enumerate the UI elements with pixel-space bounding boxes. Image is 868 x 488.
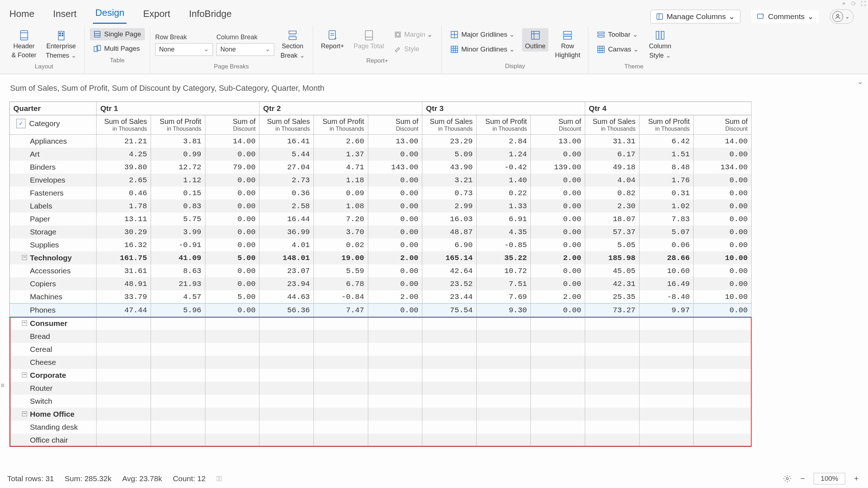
cell-value[interactable]: 1.33 — [476, 200, 531, 212]
cell-empty[interactable] — [422, 421, 477, 434]
cell-value[interactable]: -0.91 — [151, 238, 205, 251]
cell-value[interactable]: 39.80 — [97, 161, 151, 174]
cell-value[interactable]: 23.07 — [259, 264, 314, 277]
cell-empty[interactable] — [259, 408, 314, 421]
cell-value[interactable]: 165.14 — [422, 251, 477, 264]
cell-value[interactable]: 31.61 — [97, 264, 151, 277]
cell-value[interactable]: 5.07 — [639, 225, 694, 238]
cell-empty[interactable] — [639, 434, 694, 447]
table-row[interactable]: Accessories31.618.630.0023.075.590.0042.… — [10, 264, 752, 277]
cell-empty[interactable] — [97, 356, 151, 369]
table-row[interactable]: Corporate — [10, 369, 752, 382]
table-row[interactable]: Office chair — [10, 434, 752, 447]
table-row[interactable]: Cereal — [10, 343, 752, 356]
tab-infobridge[interactable]: InfoBridge — [187, 5, 234, 24]
cell-value[interactable]: 0.00 — [205, 148, 259, 161]
cell-empty[interactable] — [259, 317, 314, 330]
cell-value[interactable]: 0.00 — [531, 264, 585, 277]
cell-value[interactable]: 16.32 — [97, 238, 151, 251]
cell-value[interactable]: 5.96 — [151, 304, 205, 317]
cell-empty[interactable] — [259, 369, 314, 382]
cell-empty[interactable] — [368, 395, 422, 408]
cell-empty[interactable] — [585, 395, 640, 408]
cell-empty[interactable] — [259, 343, 314, 356]
toolbar-theme-button[interactable]: Toolbar — [593, 28, 642, 41]
quarter-header[interactable]: Quarter — [10, 102, 97, 115]
cell-empty[interactable] — [476, 330, 531, 343]
cell-value[interactable]: 25.35 — [585, 290, 640, 304]
cell-value[interactable]: 4.01 — [259, 238, 314, 251]
cell-value[interactable]: 0.00 — [205, 238, 259, 251]
cell-value[interactable]: 45.05 — [585, 264, 640, 277]
cell-empty[interactable] — [313, 317, 368, 330]
cell-empty[interactable] — [585, 369, 640, 382]
cell-value[interactable]: 79.00 — [205, 161, 259, 174]
table-row[interactable]: Paper13.115.750.0016.447.200.0016.036.91… — [10, 212, 752, 225]
cell-value[interactable]: 2.99 — [422, 200, 477, 212]
cell-value[interactable]: 2.00 — [368, 251, 422, 264]
cell-value[interactable]: 12.72 — [151, 161, 205, 174]
zoom-out-button[interactable]: − — [798, 474, 807, 483]
settings-icon[interactable] — [783, 474, 792, 483]
qtr3-header[interactable]: Qtr 3 — [422, 102, 585, 115]
cell-empty[interactable] — [422, 317, 477, 330]
cell-value[interactable]: 0.00 — [205, 277, 259, 290]
cell-value[interactable]: 47.44 — [97, 304, 151, 317]
cell-value[interactable]: 57.37 — [585, 225, 640, 238]
cell-empty[interactable] — [476, 382, 531, 395]
table-row[interactable]: Art4.250.990.005.441.370.005.091.240.006… — [10, 148, 752, 161]
cell-value[interactable]: 0.73 — [422, 187, 477, 200]
cell-empty[interactable] — [259, 421, 314, 434]
cell-value[interactable]: 185.98 — [585, 251, 640, 264]
cell-value[interactable]: 6.90 — [422, 238, 477, 251]
cell-empty[interactable] — [422, 330, 477, 343]
cell-empty[interactable] — [531, 395, 585, 408]
qtr1-header[interactable]: Qtr 1 — [97, 102, 259, 115]
cell-empty[interactable] — [313, 382, 368, 395]
ribbon-collapse-icon[interactable]: ⌄ — [858, 78, 863, 86]
cell-value[interactable]: 5.00 — [205, 290, 259, 304]
cell-value[interactable]: 49.18 — [585, 161, 640, 174]
cell-value[interactable]: 1.24 — [476, 148, 531, 161]
cell-value[interactable]: 14.00 — [694, 135, 752, 148]
cell-empty[interactable] — [151, 356, 205, 369]
table-row[interactable]: Cheese — [10, 356, 752, 369]
cell-empty[interactable] — [97, 369, 151, 382]
cell-value[interactable]: 4.25 — [97, 148, 151, 161]
cell-empty[interactable] — [422, 382, 477, 395]
cell-empty[interactable] — [368, 317, 422, 330]
cell-value[interactable]: 3.21 — [422, 174, 477, 187]
cell-empty[interactable] — [368, 356, 422, 369]
cell-empty[interactable] — [205, 421, 259, 434]
cell-value[interactable]: 16.49 — [639, 277, 694, 290]
cell-value[interactable]: 27.04 — [259, 161, 314, 174]
cell-value[interactable]: 48.91 — [97, 277, 151, 290]
cell-empty[interactable] — [422, 395, 477, 408]
cell-value[interactable]: 3.99 — [151, 225, 205, 238]
cell-value[interactable]: 0.00 — [368, 212, 422, 225]
cell-value[interactable]: 8.48 — [639, 161, 694, 174]
cell-empty[interactable] — [531, 343, 585, 356]
cell-value[interactable]: 6.42 — [639, 135, 694, 148]
cell-value[interactable]: 16.03 — [422, 212, 477, 225]
cell-empty[interactable] — [259, 395, 314, 408]
cell-empty[interactable] — [531, 356, 585, 369]
cell-empty[interactable] — [313, 421, 368, 434]
cell-empty[interactable] — [531, 434, 585, 447]
cell-empty[interactable] — [151, 382, 205, 395]
cell-value[interactable]: 6.78 — [313, 277, 368, 290]
cell-value[interactable]: 5.44 — [259, 148, 314, 161]
cell-value[interactable]: 148.01 — [259, 251, 314, 264]
cell-value[interactable]: 0.00 — [694, 304, 752, 317]
cell-empty[interactable] — [585, 330, 640, 343]
cell-value[interactable]: 18.07 — [585, 212, 640, 225]
cell-value[interactable]: -0.84 — [313, 290, 368, 304]
cell-value[interactable]: 7.20 — [313, 212, 368, 225]
cell-empty[interactable] — [151, 330, 205, 343]
cell-value[interactable]: 10.60 — [639, 264, 694, 277]
cell-empty[interactable] — [205, 317, 259, 330]
cell-value[interactable]: 4.04 — [585, 174, 640, 187]
cell-value[interactable]: 7.47 — [313, 304, 368, 317]
cell-empty[interactable] — [585, 434, 640, 447]
cell-empty[interactable] — [97, 421, 151, 434]
